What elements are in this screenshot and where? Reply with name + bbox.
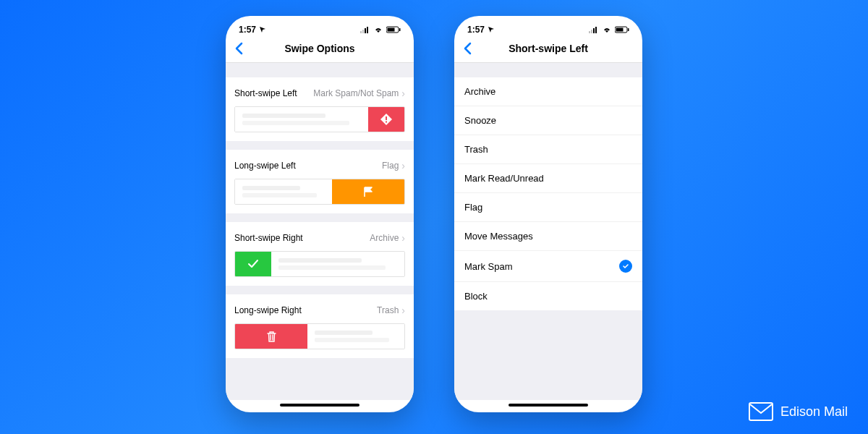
row-long-right[interactable]: Long-swipe Right Trash ›: [226, 294, 414, 323]
flag-icon: [332, 179, 404, 204]
section-short-left: Short-swipe Left Mark Spam/Not Spam ›: [226, 77, 414, 141]
row-label: Long-swipe Right: [234, 305, 302, 315]
row-label: Short-swipe Right: [234, 233, 303, 243]
status-bar: 1:57: [226, 16, 414, 38]
row-value: Trash: [377, 305, 399, 315]
svg-rect-16: [749, 403, 773, 420]
svg-rect-14: [616, 28, 624, 32]
svg-rect-9: [589, 31, 590, 33]
section-long-left: Long-swipe Left Flag ›: [226, 150, 414, 213]
svg-rect-5: [388, 28, 395, 32]
option-flag[interactable]: Flag: [454, 193, 642, 222]
svg-rect-1: [362, 30, 364, 33]
phone-swipe-options: 1:57 Swipe Options Short-swipe Lef: [226, 16, 414, 412]
signal-icon: [360, 26, 370, 33]
row-short-left[interactable]: Short-swipe Left Mark Spam/Not Spam ›: [226, 77, 414, 106]
brand-text: Edison Mail: [780, 404, 848, 420]
chevron-right-icon: ›: [401, 160, 405, 171]
chevron-right-icon: ›: [401, 88, 405, 99]
row-value: Mark Spam/Not Spam: [313, 88, 399, 98]
nav-bar: Short-swipe Left: [454, 38, 642, 63]
section-short-right: Short-swipe Right Archive ›: [226, 222, 414, 286]
check-icon: [235, 252, 271, 276]
svg-rect-11: [593, 28, 595, 33]
signal-icon: [589, 26, 599, 33]
option-snooze[interactable]: Snooze: [454, 106, 642, 135]
svg-rect-10: [591, 30, 592, 33]
swipe-preview-long-left: [234, 179, 405, 205]
status-time: 1:57: [467, 25, 485, 35]
chevron-right-icon: ›: [401, 305, 405, 316]
battery-icon: [615, 26, 629, 33]
option-mark-read[interactable]: Mark Read/Unread: [454, 164, 642, 193]
svg-rect-3: [367, 27, 368, 33]
swipe-preview-long-right: [234, 323, 405, 349]
option-move[interactable]: Move Messages: [454, 222, 642, 251]
svg-rect-8: [386, 122, 387, 123]
nav-bar: Swipe Options: [226, 38, 414, 63]
options-list: Archive Snooze Trash Mark Read/Unread Fl…: [454, 77, 642, 310]
svg-rect-6: [399, 28, 401, 31]
battery-icon: [386, 26, 401, 33]
row-label: Short-swipe Left: [234, 88, 297, 98]
content: Short-swipe Left Mark Spam/Not Spam ›: [226, 63, 414, 400]
option-archive[interactable]: Archive: [454, 77, 642, 106]
phone-short-swipe-left: 1:57 Short-swipe Left Archive Snooze: [454, 16, 642, 412]
home-indicator[interactable]: [280, 404, 359, 407]
row-label: Long-swipe Left: [234, 161, 296, 171]
chevron-right-icon: ›: [401, 232, 405, 244]
option-mark-spam[interactable]: Mark Spam: [454, 251, 642, 282]
back-button[interactable]: [234, 42, 252, 55]
option-trash[interactable]: Trash: [454, 135, 642, 164]
selected-check-icon: [619, 260, 632, 273]
swipe-preview-short-left: [234, 106, 405, 132]
wifi-icon: [602, 26, 612, 33]
trash-icon: [235, 324, 307, 349]
row-value: Archive: [370, 233, 399, 243]
swipe-preview-short-right: [234, 251, 405, 277]
home-indicator[interactable]: [509, 404, 588, 407]
location-icon: [259, 26, 266, 33]
row-long-left[interactable]: Long-swipe Left Flag ›: [226, 150, 414, 179]
svg-rect-7: [386, 116, 387, 120]
svg-rect-0: [360, 31, 362, 33]
content: Archive Snooze Trash Mark Read/Unread Fl…: [454, 63, 642, 400]
svg-rect-12: [595, 27, 597, 33]
location-icon: [488, 26, 495, 33]
wifi-icon: [373, 26, 383, 33]
option-block[interactable]: Block: [454, 282, 642, 310]
page-title: Swipe Options: [226, 43, 414, 54]
brand-logo: Edison Mail: [749, 402, 848, 421]
spam-icon: [368, 107, 404, 132]
status-bar: 1:57: [454, 16, 642, 38]
row-short-right[interactable]: Short-swipe Right Archive ›: [226, 222, 414, 251]
mail-icon: [749, 402, 773, 421]
back-button[interactable]: [463, 42, 480, 55]
svg-rect-15: [628, 28, 629, 31]
page-title: Short-swipe Left: [454, 43, 642, 54]
row-value: Flag: [382, 161, 399, 171]
status-time: 1:57: [239, 25, 256, 35]
svg-rect-2: [365, 28, 366, 33]
section-long-right: Long-swipe Right Trash ›: [226, 294, 414, 358]
